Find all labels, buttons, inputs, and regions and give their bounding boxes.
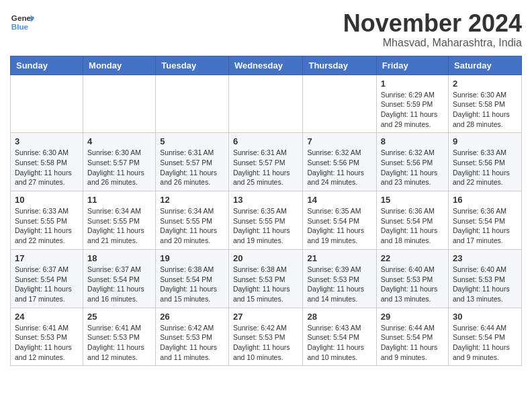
calendar-day-cell: 17Sunrise: 6:37 AMSunset: 5:54 PMDayligh… <box>11 249 83 308</box>
calendar-day-cell: 27Sunrise: 6:42 AMSunset: 5:53 PMDayligh… <box>228 308 303 366</box>
day-number: 17 <box>15 253 79 263</box>
day-number: 9 <box>453 136 517 146</box>
day-info: Sunrise: 6:40 AMSunset: 5:53 PMDaylight:… <box>453 265 517 304</box>
calendar-day-cell: 29Sunrise: 6:44 AMSunset: 5:54 PMDayligh… <box>376 308 448 366</box>
calendar-day-cell: 7Sunrise: 6:32 AMSunset: 5:56 PMDaylight… <box>303 133 376 191</box>
calendar-day-cell <box>11 75 83 133</box>
calendar-day-cell: 5Sunrise: 6:31 AMSunset: 5:57 PMDaylight… <box>156 133 229 191</box>
calendar-day-cell: 15Sunrise: 6:36 AMSunset: 5:54 PMDayligh… <box>376 191 448 250</box>
title-area: November 2024 Mhasvad, Maharashtra, Indi… <box>343 10 522 49</box>
day-number: 8 <box>381 136 444 146</box>
day-info: Sunrise: 6:33 AMSunset: 5:56 PMDaylight:… <box>453 148 517 187</box>
weekday-header-cell: Sunday <box>11 56 83 75</box>
day-info: Sunrise: 6:34 AMSunset: 5:55 PMDaylight:… <box>87 206 151 246</box>
calendar-day-cell <box>156 75 229 133</box>
day-info: Sunrise: 6:37 AMSunset: 5:54 PMDaylight:… <box>87 265 151 304</box>
calendar-day-cell: 26Sunrise: 6:42 AMSunset: 5:53 PMDayligh… <box>156 308 229 366</box>
weekday-header-cell: Saturday <box>449 56 522 75</box>
day-info: Sunrise: 6:41 AMSunset: 5:53 PMDaylight:… <box>87 323 151 363</box>
day-number: 7 <box>307 136 371 146</box>
day-number: 1 <box>381 79 444 89</box>
day-info: Sunrise: 6:44 AMSunset: 5:54 PMDaylight:… <box>453 323 517 363</box>
calendar-day-cell <box>228 75 303 133</box>
calendar-week-row: 17Sunrise: 6:37 AMSunset: 5:54 PMDayligh… <box>11 249 522 308</box>
day-info: Sunrise: 6:42 AMSunset: 5:53 PMDaylight:… <box>233 323 299 363</box>
day-number: 21 <box>307 253 371 263</box>
day-info: Sunrise: 6:36 AMSunset: 5:54 PMDaylight:… <box>381 206 444 246</box>
calendar-day-cell: 13Sunrise: 6:35 AMSunset: 5:55 PMDayligh… <box>228 191 303 250</box>
day-number: 4 <box>87 136 151 146</box>
day-info: Sunrise: 6:40 AMSunset: 5:53 PMDaylight:… <box>381 265 444 304</box>
weekday-header-cell: Tuesday <box>156 56 229 75</box>
day-number: 30 <box>453 312 517 322</box>
day-number: 2 <box>453 79 517 89</box>
day-number: 12 <box>160 195 224 205</box>
day-number: 20 <box>233 253 299 263</box>
day-number: 3 <box>15 136 79 146</box>
day-number: 22 <box>381 253 444 263</box>
day-info: Sunrise: 6:30 AMSunset: 5:58 PMDaylight:… <box>453 90 517 130</box>
day-info: Sunrise: 6:35 AMSunset: 5:55 PMDaylight:… <box>233 206 299 246</box>
day-number: 19 <box>160 253 224 263</box>
day-info: Sunrise: 6:35 AMSunset: 5:54 PMDaylight:… <box>307 206 371 246</box>
calendar-day-cell: 2Sunrise: 6:30 AMSunset: 5:58 PMDaylight… <box>449 75 522 133</box>
day-number: 15 <box>381 195 444 205</box>
weekday-header-row: SundayMondayTuesdayWednesdayThursdayFrid… <box>11 56 522 75</box>
day-number: 25 <box>87 312 151 322</box>
calendar-week-row: 10Sunrise: 6:33 AMSunset: 5:55 PMDayligh… <box>11 191 522 250</box>
day-number: 29 <box>381 312 444 322</box>
weekday-header-cell: Wednesday <box>228 56 303 75</box>
day-number: 28 <box>307 312 371 322</box>
header: General Blue November 2024 Mhasvad, Maha… <box>10 10 522 49</box>
day-number: 27 <box>233 312 299 322</box>
calendar-day-cell: 19Sunrise: 6:38 AMSunset: 5:54 PMDayligh… <box>156 249 229 308</box>
calendar-day-cell: 14Sunrise: 6:35 AMSunset: 5:54 PMDayligh… <box>303 191 376 250</box>
calendar-day-cell: 20Sunrise: 6:38 AMSunset: 5:53 PMDayligh… <box>228 249 303 308</box>
calendar-day-cell: 10Sunrise: 6:33 AMSunset: 5:55 PMDayligh… <box>11 191 83 250</box>
calendar-day-cell: 28Sunrise: 6:43 AMSunset: 5:54 PMDayligh… <box>303 308 376 366</box>
day-info: Sunrise: 6:33 AMSunset: 5:55 PMDaylight:… <box>15 206 79 246</box>
day-info: Sunrise: 6:29 AMSunset: 5:59 PMDaylight:… <box>381 90 444 130</box>
calendar-day-cell: 25Sunrise: 6:41 AMSunset: 5:53 PMDayligh… <box>83 308 156 366</box>
day-info: Sunrise: 6:41 AMSunset: 5:53 PMDaylight:… <box>15 323 79 363</box>
day-info: Sunrise: 6:43 AMSunset: 5:54 PMDaylight:… <box>307 323 371 363</box>
day-number: 23 <box>453 253 517 263</box>
day-info: Sunrise: 6:30 AMSunset: 5:58 PMDaylight:… <box>15 148 79 187</box>
day-number: 6 <box>233 136 299 146</box>
calendar-week-row: 3Sunrise: 6:30 AMSunset: 5:58 PMDaylight… <box>11 133 522 191</box>
location-title: Mhasvad, Maharashtra, India <box>343 37 522 49</box>
day-number: 14 <box>307 195 371 205</box>
calendar-body: 1Sunrise: 6:29 AMSunset: 5:59 PMDaylight… <box>11 75 522 366</box>
day-info: Sunrise: 6:39 AMSunset: 5:53 PMDaylight:… <box>307 265 371 304</box>
day-info: Sunrise: 6:30 AMSunset: 5:57 PMDaylight:… <box>87 148 151 187</box>
calendar-day-cell: 8Sunrise: 6:32 AMSunset: 5:56 PMDaylight… <box>376 133 448 191</box>
day-info: Sunrise: 6:42 AMSunset: 5:53 PMDaylight:… <box>160 323 224 363</box>
calendar-day-cell: 6Sunrise: 6:31 AMSunset: 5:57 PMDaylight… <box>228 133 303 191</box>
day-number: 26 <box>160 312 224 322</box>
calendar-day-cell: 18Sunrise: 6:37 AMSunset: 5:54 PMDayligh… <box>83 249 156 308</box>
calendar-day-cell: 16Sunrise: 6:36 AMSunset: 5:54 PMDayligh… <box>449 191 522 250</box>
calendar-day-cell: 23Sunrise: 6:40 AMSunset: 5:53 PMDayligh… <box>449 249 522 308</box>
calendar: SundayMondayTuesdayWednesdayThursdayFrid… <box>10 56 522 367</box>
calendar-day-cell <box>303 75 376 133</box>
logo: General Blue <box>10 10 34 34</box>
day-number: 10 <box>15 195 79 205</box>
day-info: Sunrise: 6:44 AMSunset: 5:54 PMDaylight:… <box>381 323 444 363</box>
calendar-day-cell: 12Sunrise: 6:34 AMSunset: 5:55 PMDayligh… <box>156 191 229 250</box>
logo-icon: General Blue <box>10 10 34 34</box>
calendar-day-cell: 3Sunrise: 6:30 AMSunset: 5:58 PMDaylight… <box>11 133 83 191</box>
weekday-header-cell: Thursday <box>303 56 376 75</box>
day-info: Sunrise: 6:31 AMSunset: 5:57 PMDaylight:… <box>233 148 299 187</box>
calendar-day-cell: 1Sunrise: 6:29 AMSunset: 5:59 PMDaylight… <box>376 75 448 133</box>
day-number: 5 <box>160 136 224 146</box>
day-number: 16 <box>453 195 517 205</box>
calendar-day-cell: 21Sunrise: 6:39 AMSunset: 5:53 PMDayligh… <box>303 249 376 308</box>
svg-text:Blue: Blue <box>11 22 29 31</box>
month-title: November 2024 <box>343 10 522 37</box>
day-info: Sunrise: 6:38 AMSunset: 5:53 PMDaylight:… <box>233 265 299 304</box>
day-number: 11 <box>87 195 151 205</box>
calendar-day-cell <box>83 75 156 133</box>
calendar-week-row: 24Sunrise: 6:41 AMSunset: 5:53 PMDayligh… <box>11 308 522 366</box>
day-number: 18 <box>87 253 151 263</box>
calendar-day-cell: 24Sunrise: 6:41 AMSunset: 5:53 PMDayligh… <box>11 308 83 366</box>
